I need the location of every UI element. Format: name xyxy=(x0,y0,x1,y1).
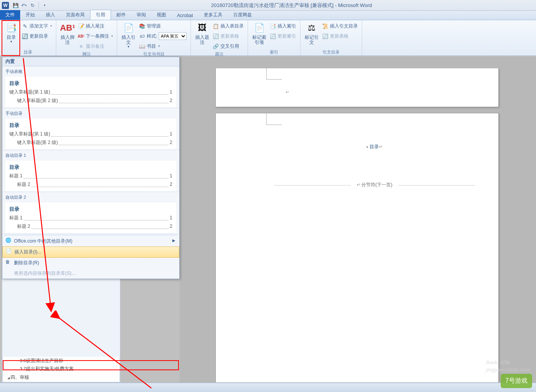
show-notes-label: 显示备注 xyxy=(86,43,104,50)
page-header-mark xyxy=(266,113,282,125)
endnote-icon: 📝 xyxy=(78,23,84,29)
insert-footnote-button[interactable]: AB¹ 插入脚注 xyxy=(59,21,76,45)
insert-citation-button[interactable]: 📄 插入引文 ▼ xyxy=(120,21,137,49)
update-auth-icon: 🔄 xyxy=(322,33,328,39)
page-2-content: ▪ 目录↵ ↵分节符(下一页) xyxy=(216,113,498,188)
manual-table-preview: 目录 键入章标题(第 1 级)1 键入章标题(第 2 级)2 xyxy=(5,77,176,107)
toc-label: 目录 xyxy=(7,35,16,40)
tab-references[interactable]: 引用 xyxy=(90,10,111,20)
ribbon-tabs: 文件 开始 插入 页面布局 引用 邮件 审阅 视图 Acrobat 更多工具 百… xyxy=(0,11,536,20)
cross-ref-button[interactable]: 🔗交叉引用 xyxy=(211,42,245,50)
insert-footnote-label: 插入脚注 xyxy=(59,35,76,45)
toc-heading: 目录↵ xyxy=(369,140,383,151)
insert-caption-button[interactable]: 🖼 插入题注 xyxy=(193,21,211,45)
update-toc-button[interactable]: 🔄更新目录 xyxy=(20,32,54,40)
insert-table-figures-button[interactable]: 📋插入表目录 xyxy=(211,22,245,30)
tab-layout[interactable]: 页面布局 xyxy=(61,10,90,20)
caption-icon: 🖼 xyxy=(196,22,208,34)
mark-citation-icon: ⚖ xyxy=(305,22,318,34)
tab-acrobat[interactable]: Acrobat xyxy=(172,11,198,20)
authorities-label: 插入引文目录 xyxy=(330,23,358,29)
ribbon-group-footnote: AB¹ 插入脚注 📝插入尾注 AB¹下一条脚注▾ ≡显示备注 脚注 xyxy=(56,20,117,56)
qat-save-icon[interactable]: 💾 xyxy=(12,2,19,9)
update-toc-label: 更新目录 xyxy=(29,33,48,40)
nav-item[interactable]: ◢ 四、审核 xyxy=(3,373,120,382)
page-2[interactable]: ▪ 目录↵ ↵分节符(下一页) xyxy=(215,113,499,382)
tab-view[interactable]: 视图 xyxy=(151,10,172,20)
manage-sources-icon: 📚 xyxy=(139,23,145,29)
ribbon-group-captions: 🖼 插入题注 📋插入表目录 🔄更新表格 🔗交叉引用 题注 xyxy=(191,20,248,56)
update-table-label: 更新表格 xyxy=(220,33,239,40)
footnote-icon: AB¹ xyxy=(61,22,74,34)
update-index-label: 更新索引 xyxy=(278,33,296,40)
insert-index-label: 插入索引 xyxy=(278,23,296,29)
dropdown-save-gallery[interactable]: 将所选内容保存到目录库(S)... xyxy=(2,268,179,279)
tab-more-tools[interactable]: 更多工具 xyxy=(198,10,228,20)
bibliography-button[interactable]: 📖书目▾ xyxy=(137,42,188,50)
style-dropdown[interactable]: APA 第五 xyxy=(159,32,187,40)
ribbon-group-citations: 📄 插入引文 ▼ 📚管理源 🏷样式: APA 第五 📖书目▾ 引文与书目 xyxy=(117,20,191,56)
dropdown-item-auto2[interactable]: 自动目录 2 目录 标题 11 标题 22 xyxy=(2,192,179,234)
update-index-button[interactable]: 🔄更新索引 xyxy=(268,32,298,40)
mark-index-icon: 📄 xyxy=(253,22,265,34)
manual-toc-preview: 目录 键入章标题(第 1 级)1 键入章标题(第 2 级)2 xyxy=(5,119,176,149)
document-area: ↵ ▪ 目录↵ ↵分节符(下一页) xyxy=(180,57,536,382)
nav-item[interactable]: 3.7提出和实施无/低费方案 xyxy=(3,365,120,373)
ribbon-group-authorities: ⚖ 标记引文 📜插入引文目录 🔄更新表格 引文目录 xyxy=(300,20,362,56)
show-notes-button[interactable]: ≡显示备注 xyxy=(76,42,114,50)
manage-sources-button[interactable]: 📚管理源 xyxy=(137,22,188,30)
ribbon: 📑 目录 ▼ ✎添加文字▾ 🔄更新目录 目录 AB¹ 插入脚注 📝插入尾注 AB… xyxy=(0,20,536,56)
dropdown-item-manual-toc[interactable]: 手动目录 目录 键入章标题(第 1 级)1 键入章标题(第 2 级)2 xyxy=(2,108,179,150)
auto2-preview: 目录 标题 11 标题 22 xyxy=(5,203,176,233)
xref-icon: 🔗 xyxy=(213,43,219,49)
update-table-button[interactable]: 🔄更新表格 xyxy=(211,32,245,40)
qat-redo-icon[interactable]: ↻ xyxy=(29,2,36,9)
insert-citation-label: 插入引文 xyxy=(120,35,137,45)
dropdown-insert-toc[interactable]: 📄 插入目录(I)... xyxy=(2,246,179,258)
qat-undo-icon[interactable]: ↶▾ xyxy=(20,2,28,9)
manual-table-title: 手动表格 xyxy=(5,69,176,75)
tab-review[interactable]: 审阅 xyxy=(131,10,151,20)
mark-citation-button[interactable]: ⚖ 标记引文 xyxy=(303,21,321,45)
tab-file[interactable]: 文件 xyxy=(0,10,20,20)
dropdown-office-more[interactable]: 🌐 Office.com 中的其他目录(M) ▶ xyxy=(2,236,179,246)
nav-item[interactable]: 3.6设置清洁生产目标 xyxy=(3,357,120,365)
tab-mailings[interactable]: 邮件 xyxy=(111,10,131,20)
document-title: 20160720勒流街道污水处理厂清洁生产审核 [兼容模式] - Microso… xyxy=(49,2,534,9)
xref-label: 交叉引用 xyxy=(220,43,239,50)
next-footnote-button[interactable]: AB¹下一条脚注▾ xyxy=(76,32,114,40)
style-select[interactable]: 🏷样式: APA 第五 xyxy=(137,32,188,40)
dropdown-separator xyxy=(4,235,178,235)
dropdown-item-auto1[interactable]: 自动目录 1 目录 标题 11 标题 22 xyxy=(2,150,179,192)
toc-icon: 📑 xyxy=(5,22,17,34)
manage-sources-label: 管理源 xyxy=(147,23,161,29)
remove-toc-icon: 🗑 xyxy=(5,259,12,265)
add-text-button[interactable]: ✎添加文字▾ xyxy=(20,22,54,30)
insert-caption-label: 插入题注 xyxy=(193,35,211,45)
status-bar xyxy=(0,383,536,392)
dropdown-remove-toc[interactable]: 🗑 删除目录(R) xyxy=(2,258,179,268)
update-authorities-button[interactable]: 🔄更新表格 xyxy=(321,32,359,40)
game-logo-watermark: 7号游戏 xyxy=(501,374,532,388)
toc-dropdown-panel: 内置 手动表格 目录 键入章标题(第 1 级)1 键入章标题(第 2 级)2 手… xyxy=(2,57,180,279)
auto1-preview: 目录 标题 11 标题 22 xyxy=(5,161,176,191)
insert-endnote-button[interactable]: 📝插入尾注 xyxy=(76,22,114,30)
mark-index-button[interactable]: 📄 标记索引项 xyxy=(250,21,268,45)
next-footnote-icon: AB¹ xyxy=(78,33,84,39)
chevron-right-icon: ▶ xyxy=(172,238,175,243)
chevron-down-icon: ▼ xyxy=(127,45,130,49)
update-auth-label: 更新表格 xyxy=(330,33,349,40)
qat-customize-icon[interactable]: ▾ xyxy=(41,2,49,9)
biblio-icon: 📖 xyxy=(139,43,145,49)
insert-authorities-button[interactable]: 📜插入引文目录 xyxy=(321,22,359,30)
mark-citation-label: 标记引文 xyxy=(303,35,321,45)
dropdown-item-manual-table[interactable]: 手动表格 目录 键入章标题(第 1 级)1 键入章标题(第 2 级)2 xyxy=(2,66,179,108)
tab-home[interactable]: 开始 xyxy=(20,10,40,20)
tab-baidu[interactable]: 百度网盘 xyxy=(228,10,257,20)
page-1-bottom: ↵ xyxy=(215,68,499,107)
toc-button[interactable]: 📑 目录 ▼ xyxy=(2,21,20,43)
next-footnote-label: 下一条脚注 xyxy=(86,33,109,40)
tab-insert[interactable]: 插入 xyxy=(40,10,61,20)
insert-index-button[interactable]: 📑插入索引 xyxy=(268,22,298,30)
update-icon: 🔄 xyxy=(22,33,28,39)
